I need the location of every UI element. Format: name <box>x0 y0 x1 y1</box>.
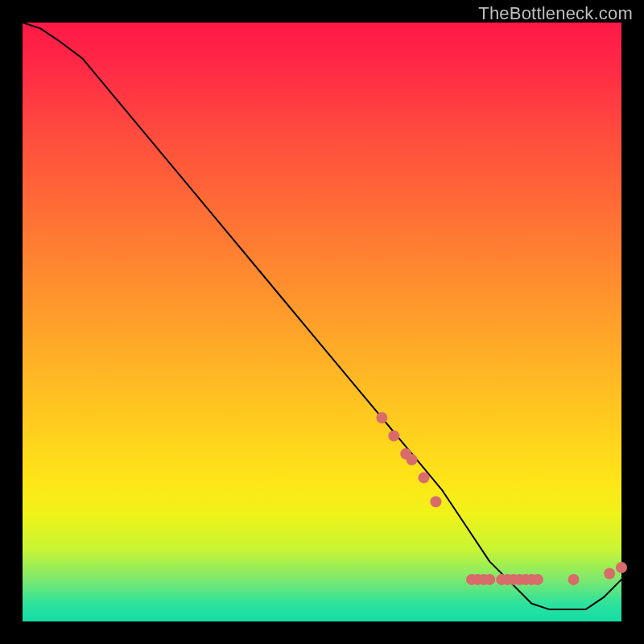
marker-point <box>388 430 399 441</box>
marker-point <box>616 562 627 573</box>
marker-point <box>484 574 495 585</box>
marker-group <box>376 412 627 585</box>
marker-point <box>430 496 441 507</box>
marker-point <box>407 454 418 465</box>
bottleneck-curve-line <box>23 23 621 609</box>
marker-point <box>568 574 580 585</box>
marker-point <box>376 412 387 423</box>
marker-point <box>604 568 615 580</box>
chart-overlay-svg <box>23 23 621 621</box>
watermark-label: TheBottleneck.com <box>478 3 633 24</box>
marker-point <box>532 574 543 585</box>
chart-frame: TheBottleneck.com <box>0 0 644 644</box>
marker-point <box>419 472 430 483</box>
